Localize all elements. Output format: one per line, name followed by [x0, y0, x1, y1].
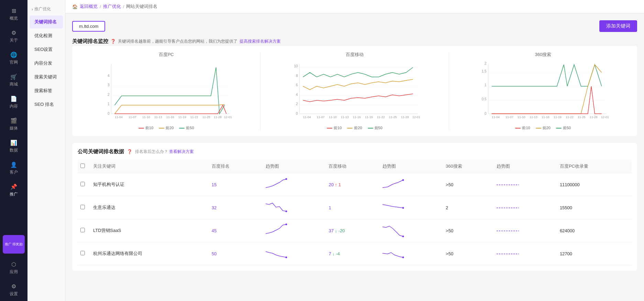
svg-text:4: 4	[296, 93, 298, 97]
select-all-checkbox[interactable]	[80, 164, 85, 168]
sidebar-item-website[interactable]: 🌐 官网	[0, 47, 27, 69]
svg-text:11-10: 11-10	[142, 115, 150, 119]
legend-dot-yellow-m	[347, 128, 353, 129]
svg-point-65	[402, 179, 404, 181]
chart-mobile-legend: 前10 前20 前50	[266, 125, 443, 131]
legend-dot-green-m	[368, 128, 373, 129]
svg-text:11-22: 11-22	[190, 115, 198, 119]
sparkline-360	[497, 206, 519, 210]
sidebar-item-apps[interactable]: ⬡ 应用	[0, 257, 27, 279]
sidebar-item-customer[interactable]: 👤 客户	[0, 157, 27, 179]
baidu-rank-cell: 32	[208, 196, 262, 219]
table-help-icon[interactable]: ❓	[127, 149, 132, 154]
mobile-rank-cell: 1	[324, 196, 378, 219]
sidebar-item-label: 媒体	[10, 125, 18, 131]
monitor-help-icon[interactable]: ❓	[110, 39, 116, 44]
content-icon: 📄	[10, 96, 17, 102]
legend-360-front20: 前20	[536, 125, 551, 131]
svg-text:11-28: 11-28	[214, 115, 222, 119]
svg-text:11-07: 11-07	[317, 115, 325, 119]
keyword-table: 关注关键词 百度排名 趋势图 百度移动 趋势图 360搜索 趋势图 百度PC收录…	[78, 160, 632, 265]
sidebar-item-overview[interactable]: ⊞ 概览	[0, 3, 27, 25]
trend1-cell	[262, 242, 325, 265]
table-section-header: 公司关键词排名数据 ❓ 排名靠后怎么办？ 查看解决方案	[78, 148, 632, 155]
svg-text:11-07: 11-07	[129, 115, 136, 119]
subnav-item-content-dist[interactable]: 内容分发	[30, 57, 63, 70]
svg-text:12-01: 12-01	[412, 115, 420, 119]
svg-point-67	[285, 211, 287, 212]
main-content: 🏠 返回概览 / 推广优化 / 网站关键词排名 m.ltd.com 添加关键词 …	[65, 0, 644, 301]
row-checkbox[interactable]	[80, 205, 85, 209]
svg-text:11-13: 11-13	[154, 115, 162, 119]
svg-text:11-19: 11-19	[553, 115, 561, 119]
svg-point-71	[402, 236, 404, 237]
promo-badge[interactable]: 推广 得奖励	[3, 235, 25, 254]
pc-index-cell: 12700	[556, 242, 632, 265]
chevron-right-icon: ›	[32, 7, 33, 12]
svg-text:2: 2	[485, 62, 487, 65]
monitor-title-row: 关键词排名监控 ❓ 关键词排名越靠前，越能引导客户点击您的网站，我们为您提供了 …	[72, 38, 637, 45]
row-checkbox-cell	[78, 173, 89, 196]
legend-mobile-front50: 前50	[368, 125, 382, 131]
sparkline-baidu	[266, 200, 288, 215]
360-rank-cell: >50	[442, 242, 492, 265]
table-solution-link[interactable]: 查看解决方案	[169, 149, 194, 154]
svg-text:11-19: 11-19	[178, 115, 186, 119]
subnav-item-search-keywords[interactable]: 搜索关键词	[30, 70, 63, 83]
svg-text:11-25: 11-25	[202, 115, 210, 119]
sidebar-item-shop[interactable]: 🛒 商城	[0, 69, 27, 91]
sparkline-baidu	[266, 177, 288, 192]
svg-text:11-10: 11-10	[329, 115, 337, 119]
sidebar: ⊞ 概览 ⚙ 关于 🌐 官网 🛒 商城 📄 内容 🎬 媒体 📊 数据 👤 客户 …	[0, 0, 27, 301]
trend2-cell	[378, 173, 442, 196]
th-pc-index: 百度PC收录量	[556, 160, 632, 173]
svg-text:3: 3	[108, 83, 110, 87]
trend3-cell	[492, 219, 556, 242]
subnav-item-optimize-check[interactable]: 优化检测	[30, 29, 63, 42]
legend-dot-red-m	[327, 128, 332, 129]
monitor-link[interactable]: 提高搜索排名解决方案	[240, 38, 281, 44]
mobile-rank-cell: 20 ↑ 1	[324, 173, 378, 196]
sidebar-item-label: 客户	[10, 169, 18, 175]
subnav-item-keyword-rank[interactable]: 关键词排名	[30, 15, 63, 29]
subnav-item-search-tags[interactable]: 搜索标签	[30, 84, 63, 97]
sidebar-item-settings[interactable]: ⚙ 设置	[0, 279, 27, 301]
add-keyword-button[interactable]: 添加关键词	[599, 20, 637, 32]
charts-row: 百度PC 0 1 2 3 4 11-04 11-07	[72, 46, 637, 136]
th-trend1: 趋势图	[262, 160, 325, 173]
legend-front50: 前50	[179, 125, 194, 131]
subnav-item-seo-rank[interactable]: SEO 排名	[30, 98, 63, 111]
legend-360-front10: 前10	[515, 125, 530, 131]
sidebar-item-media[interactable]: 🎬 媒体	[0, 113, 27, 135]
chart-360-svg: 0 0.5 1 1.5 2 11-04 11-07 11-10 11-13 11…	[455, 60, 632, 122]
keyword-cell: 杭州乐通达网络有限公司	[89, 242, 208, 265]
table-row: 生意乐通达 32 1 2	[78, 196, 632, 219]
sidebar-bottom: 推广 得奖励 ⬡ 应用 ⚙ 设置	[0, 232, 27, 301]
legend-dot-green-360	[556, 128, 562, 129]
row-checkbox[interactable]	[80, 228, 85, 232]
svg-text:12-01: 12-01	[601, 115, 609, 119]
svg-text:0.5: 0.5	[481, 97, 486, 101]
svg-text:11-16: 11-16	[541, 115, 549, 119]
domain-button[interactable]: m.ltd.com	[72, 21, 105, 32]
svg-text:11-07: 11-07	[505, 115, 513, 119]
svg-text:11-10: 11-10	[517, 115, 525, 119]
chart-baidu-pc-svg: 0 1 2 3 4 11-04 11-07 11-10 11-13 11-16 …	[78, 60, 255, 122]
legend-front10: 前10	[138, 125, 153, 131]
row-checkbox-cell	[78, 242, 89, 265]
sidebar-item-about[interactable]: ⚙ 关于	[0, 25, 27, 47]
breadcrumb-level1[interactable]: 推广优化	[103, 3, 121, 10]
row-checkbox[interactable]	[80, 251, 85, 255]
row-checkbox-cell	[78, 196, 89, 219]
domain-bar: m.ltd.com 添加关键词	[72, 20, 637, 32]
sidebar-item-promote[interactable]: 📌 推广	[0, 179, 27, 201]
breadcrumb-home[interactable]: 返回概览	[80, 3, 98, 10]
th-360: 360搜索	[442, 160, 492, 173]
sidebar-item-content[interactable]: 📄 内容	[0, 91, 27, 113]
chart-baidu-pc-legend: 前10 前20 前50	[78, 125, 255, 131]
svg-text:8: 8	[296, 74, 298, 78]
row-checkbox[interactable]	[80, 182, 85, 186]
subnav-item-seo-settings[interactable]: SEO设置	[30, 43, 63, 56]
table-section-title: 公司关键词排名数据	[78, 148, 124, 155]
sidebar-item-data[interactable]: 📊 数据	[0, 135, 27, 157]
